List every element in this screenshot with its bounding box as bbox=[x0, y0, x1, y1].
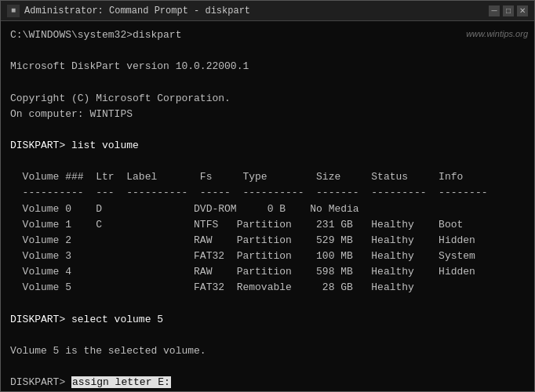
computer-line: On computer: WINTIPS bbox=[10, 107, 525, 122]
table-row-4: Volume 4 RAW Partition 598 MB Healthy Hi… bbox=[10, 264, 525, 280]
table-row-1: Volume 1 C NTFS Partition 231 GB Healthy… bbox=[10, 217, 525, 233]
diskpart-prompt-assign: DISKPART> bbox=[10, 376, 71, 388]
main-window: ■ Administrator: Command Prompt - diskpa… bbox=[0, 0, 535, 392]
blank-7 bbox=[10, 359, 525, 375]
assign-prompt-line: DISKPART> assign letter E: bbox=[10, 375, 525, 390]
table-row-3: Volume 3 FAT32 Partition 100 MB Healthy … bbox=[10, 249, 525, 264]
assign-command-input[interactable]: assign letter E: bbox=[71, 376, 171, 388]
window-icon: ■ bbox=[7, 5, 20, 17]
select-volume-cmd: DISKPART> select volume 5 bbox=[10, 312, 525, 328]
blank-1 bbox=[10, 43, 525, 59]
blank-4 bbox=[10, 154, 525, 169]
window-controls: ─ □ ✕ bbox=[489, 5, 528, 16]
table-header: Volume ### Ltr Label Fs Type Size Status… bbox=[10, 169, 525, 185]
maximize-button[interactable]: □ bbox=[503, 5, 514, 16]
table-row-2: Volume 2 RAW Partition 529 MB Healthy Hi… bbox=[10, 233, 525, 249]
close-button[interactable]: ✕ bbox=[517, 5, 528, 16]
copyright-line: Copyright (C) Microsoft Corporation. bbox=[10, 91, 525, 107]
blank-8 bbox=[10, 390, 525, 391]
cmd-diskpart: C:\WINDOWS\system32>diskpart bbox=[10, 27, 525, 43]
table-row-0: Volume 0 D DVD-ROM 0 B No Media bbox=[10, 201, 525, 217]
select-volume-msg: Volume 5 is the selected volume. bbox=[10, 343, 525, 359]
terminal-content: www.wintips.org C:\WINDOWS\system32>disk… bbox=[1, 21, 534, 391]
window-title: Administrator: Command Prompt - diskpart bbox=[24, 5, 489, 16]
list-volume-cmd: DISKPART> list volume bbox=[10, 138, 525, 154]
table-separator: ---------- --- ---------- ----- --------… bbox=[10, 185, 525, 201]
table-row-5: Volume 5 FAT32 Removable 28 GB Healthy bbox=[10, 280, 525, 296]
blank-5 bbox=[10, 296, 525, 311]
version-line: Microsoft DiskPart version 10.0.22000.1 bbox=[10, 59, 525, 74]
title-bar: ■ Administrator: Command Prompt - diskpa… bbox=[1, 1, 534, 21]
blank-6 bbox=[10, 328, 525, 343]
blank-2 bbox=[10, 74, 525, 90]
minimize-button[interactable]: ─ bbox=[489, 5, 500, 16]
blank-3 bbox=[10, 122, 525, 138]
